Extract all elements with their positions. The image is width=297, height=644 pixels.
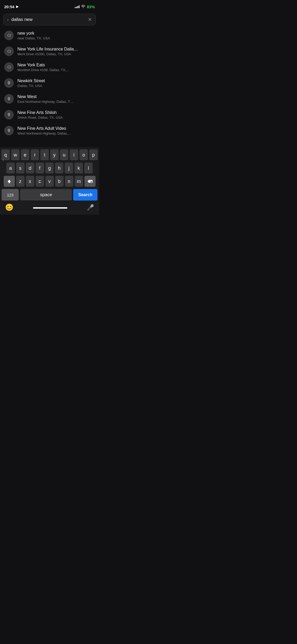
key-n[interactable]: n (65, 176, 73, 187)
signal-bar-4 (79, 5, 79, 8)
delete-key[interactable] (84, 176, 96, 187)
key-w[interactable]: w (11, 149, 20, 160)
keyboard-bottom-bar: 😊 🎤 (1, 202, 98, 214)
result-text: Newkirk Street Dallas, TX, USA (17, 79, 87, 88)
result-item[interactable]: New York Life Insurance Dalla… Merit Dri… (0, 43, 99, 59)
result-title: New York Eats (17, 63, 87, 67)
result-arrow-icon (90, 96, 96, 102)
result-subtitle: West Northwest Highway, Dallas,… (17, 131, 87, 135)
home-indicator (33, 205, 67, 210)
shift-key[interactable] (4, 176, 15, 187)
key-y[interactable]: y (50, 149, 59, 160)
key-f[interactable]: f (36, 163, 44, 174)
key-z[interactable]: z (16, 176, 25, 187)
result-arrow-icon (90, 128, 96, 134)
result-subtitle: Dallas, TX, USA (17, 84, 87, 88)
key-e[interactable]: e (21, 149, 29, 160)
clear-button[interactable]: ✕ (88, 17, 92, 22)
time-text: 20:54 (4, 4, 14, 9)
space-key[interactable]: space (20, 189, 72, 201)
status-right: 83% (75, 4, 95, 9)
key-k[interactable]: k (74, 163, 83, 174)
result-subtitle: East Northwest Highway, Dallas, T… (17, 100, 87, 104)
result-item[interactable]: Newkirk Street Dallas, TX, USA (0, 75, 99, 91)
result-arrow-icon (90, 64, 96, 70)
result-arrow-icon (90, 80, 96, 86)
key-b[interactable]: b (55, 176, 64, 187)
key-u[interactable]: u (60, 149, 68, 160)
key-o[interactable]: o (79, 149, 88, 160)
key-x[interactable]: x (26, 176, 34, 187)
key-g[interactable]: g (45, 163, 54, 174)
result-item[interactable]: new york near Dallas, TX, USA (0, 27, 99, 43)
keyboard-row-2: asdfghjkl (1, 163, 98, 174)
clock-icon (4, 31, 14, 40)
result-item[interactable]: New West East Northwest Highway, Dallas,… (0, 91, 99, 107)
clock-icon (4, 62, 14, 72)
key-j[interactable]: j (65, 163, 73, 174)
keyboard-row-3: zxcvbnm (1, 176, 98, 187)
keyboard-bottom-row: 123 space Search (1, 189, 98, 201)
search-bar[interactable]: ‹ dallas new ✕ (3, 14, 96, 25)
result-text: New York Eats Montfort Drive #109, Dalla… (17, 63, 87, 72)
signal-bar-2 (76, 7, 77, 8)
result-subtitle: near Dallas, TX, USA (17, 36, 87, 40)
result-subtitle: Shiloh Road, Dallas, TX, USA (17, 116, 87, 119)
clock-icon (4, 47, 14, 56)
result-title: New West (17, 94, 87, 99)
result-item[interactable]: New Fine Arts Shiloh Shiloh Road, Dallas… (0, 107, 99, 123)
key-p[interactable]: p (89, 149, 98, 160)
microphone-icon[interactable]: 🎤 (87, 204, 94, 211)
signal-bar-3 (77, 6, 78, 8)
result-text: New Fine Arts Shiloh Shiloh Road, Dallas… (17, 110, 87, 119)
keyboard-handle[interactable]: ‹ (2, 156, 4, 163)
key-t[interactable]: t (40, 149, 49, 160)
pin-icon (4, 78, 14, 88)
emoji-icon[interactable]: 😊 (5, 203, 13, 211)
home-bar (33, 207, 67, 209)
result-title: new york (17, 31, 87, 36)
key-a[interactable]: a (6, 163, 15, 174)
key-d[interactable]: d (26, 163, 34, 174)
search-input[interactable]: dallas new (11, 17, 85, 22)
result-arrow-icon (90, 33, 96, 38)
result-subtitle: Merit Drive #1000, Dallas, TX, USA (17, 52, 87, 56)
status-bar: 20:54 ▶ 83% (0, 0, 99, 12)
result-text: New West East Northwest Highway, Dallas,… (17, 94, 87, 104)
result-title: New Fine Arts Adult Video (17, 126, 87, 131)
search-key[interactable]: Search (73, 189, 97, 201)
key-s[interactable]: s (16, 163, 25, 174)
result-arrow-icon (90, 112, 96, 118)
result-title: New Fine Arts Shiloh (17, 110, 87, 115)
back-button[interactable]: ‹ (7, 17, 9, 22)
result-text: New Fine Arts Adult Video West Northwest… (17, 126, 87, 135)
wifi-icon (81, 5, 85, 9)
pin-icon (4, 94, 14, 104)
keyboard: qwertyuiop asdfghjkl zxcvbnm 123 space S… (0, 147, 99, 215)
status-time: 20:54 ▶ (4, 4, 18, 9)
result-item[interactable]: New York Eats Montfort Drive #109, Dalla… (0, 59, 99, 75)
key-v[interactable]: v (45, 176, 54, 187)
signal-bars (75, 5, 79, 8)
numbers-key[interactable]: 123 (2, 189, 19, 201)
key-i[interactable]: i (70, 149, 78, 160)
result-text: new york near Dallas, TX, USA (17, 31, 87, 40)
result-title: Newkirk Street (17, 79, 87, 83)
key-c[interactable]: c (36, 176, 44, 187)
location-icon: ▶ (16, 5, 18, 8)
result-text: New York Life Insurance Dalla… Merit Dri… (17, 47, 87, 56)
key-m[interactable]: m (75, 176, 83, 187)
results-list: new york near Dallas, TX, USA New York L… (0, 27, 99, 139)
result-item[interactable]: New Fine Arts Adult Video West Northwest… (0, 123, 99, 139)
result-subtitle: Montfort Drive #109, Dallas, TX,… (17, 68, 87, 72)
key-l[interactable]: l (84, 163, 93, 174)
keyboard-row-1: qwertyuiop (1, 149, 98, 160)
result-arrow-icon (90, 48, 96, 54)
result-title: New York Life Insurance Dalla… (17, 47, 87, 52)
pin-icon (4, 110, 14, 119)
signal-bar-1 (75, 7, 76, 8)
key-h[interactable]: h (55, 163, 63, 174)
key-r[interactable]: r (31, 149, 39, 160)
pin-icon (4, 126, 14, 135)
battery-text: 83% (87, 4, 95, 9)
